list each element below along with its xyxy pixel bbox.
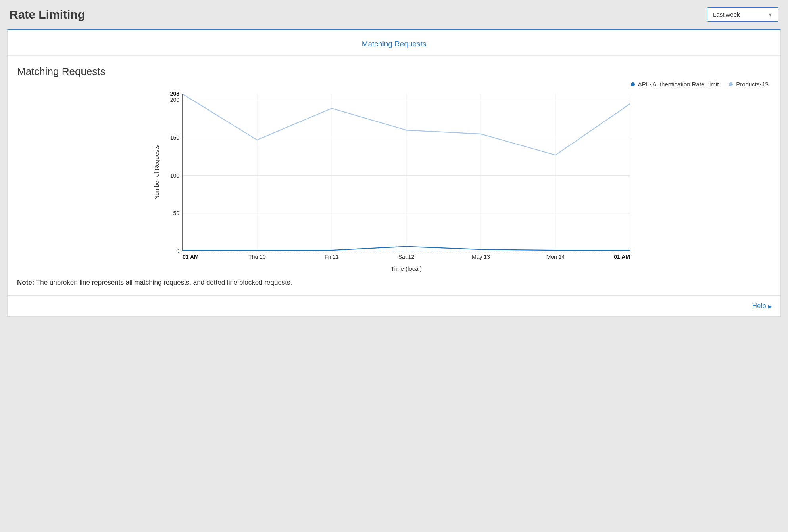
legend-label-products: Products-JS bbox=[736, 81, 769, 88]
svg-text:Sat 12: Sat 12 bbox=[398, 254, 415, 260]
chart-title: Matching Requests bbox=[17, 65, 771, 78]
svg-text:01 AM: 01 AM bbox=[183, 254, 199, 260]
svg-text:100: 100 bbox=[170, 172, 180, 179]
svg-text:0: 0 bbox=[176, 248, 179, 254]
note-prefix: Note: bbox=[17, 279, 34, 286]
legend-label-api: API - Authentication Rate Limit bbox=[638, 81, 719, 88]
tab-matching-requests[interactable]: Matching Requests bbox=[362, 40, 427, 48]
svg-text:208: 208 bbox=[170, 90, 180, 97]
help-link[interactable]: Help ▶ bbox=[752, 302, 772, 310]
note-text: The unbroken line represents all matchin… bbox=[34, 279, 292, 286]
legend-dot-api bbox=[631, 82, 635, 86]
line-chart: 05010015020020801 AMThu 10Fri 11Sat 12Ma… bbox=[150, 90, 638, 276]
header-row: Rate Limiting Last week ▼ bbox=[7, 7, 781, 22]
legend-dot-products bbox=[729, 82, 733, 86]
timerange-dropdown[interactable]: Last week ▼ bbox=[707, 7, 778, 22]
svg-text:Number of Requests: Number of Requests bbox=[153, 145, 160, 200]
svg-text:Time (local): Time (local) bbox=[391, 265, 422, 272]
page-title: Rate Limiting bbox=[10, 8, 85, 21]
legend-item-api[interactable]: API - Authentication Rate Limit bbox=[631, 81, 719, 88]
svg-text:200: 200 bbox=[170, 97, 180, 103]
legend-item-products[interactable]: Products-JS bbox=[729, 81, 769, 88]
svg-text:Fri 11: Fri 11 bbox=[325, 254, 339, 260]
svg-text:01 AM: 01 AM bbox=[614, 254, 630, 260]
svg-text:May 13: May 13 bbox=[472, 254, 490, 260]
chevron-down-icon: ▼ bbox=[768, 12, 773, 17]
help-row: Help ▶ bbox=[8, 295, 780, 316]
help-label: Help bbox=[752, 302, 766, 310]
chart-area: Matching Requests API - Authentication R… bbox=[8, 56, 780, 279]
caret-right-icon: ▶ bbox=[767, 304, 772, 309]
chart-legend: API - Authentication Rate Limit Products… bbox=[17, 81, 771, 88]
svg-text:50: 50 bbox=[173, 210, 179, 216]
svg-text:Thu 10: Thu 10 bbox=[248, 254, 266, 260]
main-panel: Matching Requests Matching Requests API … bbox=[7, 29, 781, 317]
chart-note: Note: The unbroken line represents all m… bbox=[8, 279, 780, 295]
tab-row: Matching Requests bbox=[8, 30, 780, 56]
svg-text:150: 150 bbox=[170, 134, 180, 141]
timerange-value: Last week bbox=[713, 11, 740, 18]
svg-text:Mon 14: Mon 14 bbox=[546, 254, 565, 260]
